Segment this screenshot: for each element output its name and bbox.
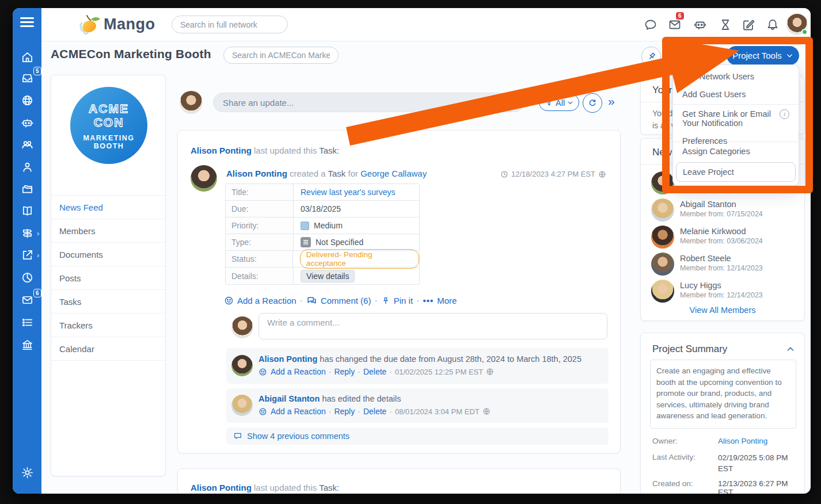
globe-icon <box>598 170 606 178</box>
view-details-button[interactable]: View details <box>301 270 355 282</box>
smiley-icon <box>259 407 267 416</box>
pushpin-icon <box>646 51 657 62</box>
assignee-link[interactable]: George Callaway <box>360 169 427 178</box>
comment-text: has edited the details <box>322 394 401 403</box>
owner-link[interactable]: Alison Ponting <box>718 437 767 445</box>
rail-people-button[interactable] <box>21 161 35 174</box>
add-reaction-button[interactable]: Add a Reaction <box>259 367 326 376</box>
mango-logo-icon[interactable] <box>78 14 102 36</box>
pin-project-button[interactable] <box>641 47 661 66</box>
user-link[interactable]: Alison Ponting <box>191 146 252 155</box>
project-search-input[interactable] <box>223 47 339 64</box>
feed-filter-button[interactable]: All <box>539 94 579 111</box>
project-tools-button[interactable]: Project Tools <box>727 46 799 65</box>
rail-bot-button[interactable] <box>21 116 35 130</box>
add-reaction-button[interactable]: Add a Reaction <box>224 296 297 306</box>
rail-files-button[interactable] <box>21 182 35 196</box>
user-link[interactable]: Alison Ponting <box>191 483 252 492</box>
comment-button[interactable]: Comment (6) <box>306 295 371 306</box>
collapse-feed-button[interactable]: » <box>608 94 615 108</box>
member-since: Member from: 03/06/2024 <box>680 237 763 245</box>
avatar <box>231 395 253 416</box>
share-update[interactable] <box>213 93 524 112</box>
rail-learn-button[interactable] <box>21 204 35 218</box>
user-link[interactable]: Alison Ponting <box>259 354 317 364</box>
chevron-down-icon <box>786 52 793 59</box>
avatar <box>651 198 674 222</box>
nav-posts[interactable]: Posts <box>51 266 165 290</box>
feed-card: Alison Ponting last updated this Task: <box>177 468 621 494</box>
book-icon <box>21 204 34 217</box>
reply-button[interactable]: Reply <box>334 367 355 376</box>
comment-text: has changed the due date from August 28t… <box>320 354 581 364</box>
project-description: Create an engaging and effective booth a… <box>650 360 796 429</box>
project-tools-menu: Add Network Users Add Guest Users Get Sh… <box>672 64 799 186</box>
rail-inbox-button[interactable] <box>21 71 35 85</box>
comment-actions: Add a Reaction · Reply · Delete · 08/01/… <box>259 407 491 416</box>
rail-reports-button[interactable] <box>21 271 35 285</box>
write-comment-input[interactable] <box>259 313 607 339</box>
nav-calendar[interactable]: Calendar <box>51 337 165 361</box>
refresh-button[interactable] <box>583 93 602 113</box>
menu-item-add-network-users[interactable]: Add Network Users <box>673 68 799 86</box>
reply-button[interactable]: Reply <box>334 407 355 416</box>
menu-item-add-guest-users[interactable]: Add Guest Users <box>673 86 799 104</box>
rail-lists-button[interactable] <box>21 316 35 330</box>
rail-mail-button[interactable] <box>21 293 35 307</box>
rail-company-button[interactable] <box>21 338 35 352</box>
rail-network-button[interactable] <box>21 94 35 108</box>
member-since: Member from: 07/15/2024 <box>680 210 763 218</box>
avatar <box>180 91 203 114</box>
notifications-button[interactable] <box>766 18 780 32</box>
menu-item-notification-preferences[interactable]: Your Notification Preferences <box>673 123 799 141</box>
user-link[interactable]: Abigail Stanton <box>259 394 320 403</box>
separator: · <box>371 296 381 306</box>
nav-documents[interactable]: Documents <box>51 243 165 266</box>
collapse-button[interactable] <box>786 345 795 354</box>
member-name[interactable]: Melanie Kirkwood <box>680 227 746 236</box>
rail-teams-button[interactable] <box>21 138 35 152</box>
chat-button[interactable] <box>644 18 657 32</box>
project-search[interactable] <box>223 47 339 64</box>
history-button[interactable] <box>719 18 732 32</box>
delete-button[interactable]: Delete <box>363 407 386 416</box>
delete-button[interactable]: Delete <box>363 367 386 376</box>
user-link[interactable]: Alison Ponting <box>226 169 287 178</box>
nav-members[interactable]: Members <box>51 219 165 243</box>
more-button[interactable]: •••More <box>423 296 457 306</box>
member-name[interactable]: Abigail Stanton <box>680 200 736 209</box>
menu-button[interactable] <box>20 17 34 28</box>
chevron-down-icon <box>567 100 573 106</box>
avatar <box>651 253 674 276</box>
nav-tasks[interactable]: Tasks <box>51 290 165 314</box>
pin-it-button[interactable]: Pin it <box>381 296 413 306</box>
rail-links-button[interactable] <box>21 249 35 262</box>
add-reaction-button[interactable]: Add a Reaction <box>259 407 326 416</box>
last-activity-value: 02/19/2025 5:08 PM EST <box>718 453 790 475</box>
task-title-link[interactable]: Review last year's surveys <box>301 188 396 197</box>
menu-item-leave-project[interactable]: Leave Project <box>676 162 796 182</box>
separator: · <box>355 367 363 376</box>
global-search[interactable] <box>172 16 288 33</box>
global-search-input[interactable] <box>172 16 288 33</box>
show-previous-comments[interactable]: Show 4 previous comments <box>226 427 609 445</box>
rail-settings-button[interactable] <box>21 466 35 480</box>
nav-trackers[interactable]: Trackers <box>51 314 165 337</box>
rail-home-button[interactable] <box>21 51 35 64</box>
pushpin-icon <box>381 296 390 306</box>
rail-trackers-button[interactable] <box>21 227 35 240</box>
brand-name[interactable]: Mango <box>104 16 155 33</box>
view-all-members-link[interactable]: View All Members <box>641 306 804 315</box>
mail-button[interactable] <box>668 18 682 32</box>
member-name[interactable]: Robert Steele <box>680 254 731 263</box>
write-comment[interactable] <box>259 313 607 339</box>
share-update-input[interactable] <box>213 93 524 112</box>
post-headline: Alison Ponting created a Task for George… <box>226 169 427 178</box>
feed-card-header: Alison Ponting last updated this Task: <box>191 483 339 492</box>
assistant-button[interactable] <box>693 18 707 32</box>
compose-button[interactable] <box>742 18 755 32</box>
admin-button[interactable]: Admin <box>666 47 716 66</box>
member-name[interactable]: Lucy Higgs <box>680 281 721 290</box>
nav-news-feed[interactable]: News Feed <box>51 196 165 219</box>
external-link-icon <box>21 249 34 262</box>
